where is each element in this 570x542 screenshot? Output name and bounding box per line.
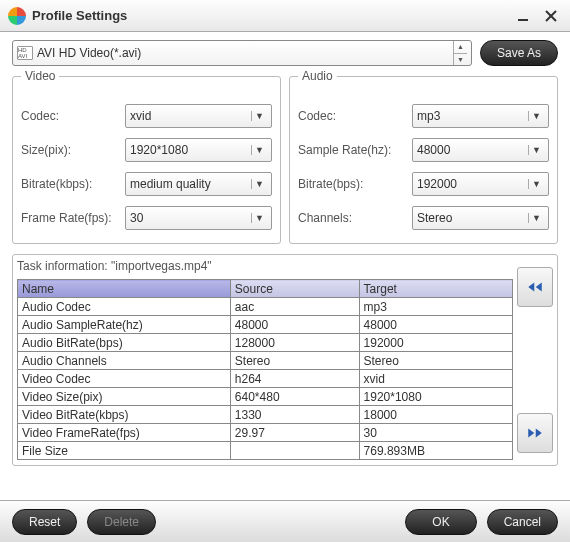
video-bitrate-value: medium quality <box>130 177 211 191</box>
chevron-down-icon: ▼ <box>528 179 544 189</box>
video-codec-select[interactable]: xvid ▼ <box>125 104 272 128</box>
cell-source: aac <box>230 298 359 316</box>
next-button[interactable] <box>517 413 553 453</box>
chevron-down-icon: ▼ <box>528 145 544 155</box>
task-info-panel: Task information: "importvegas.mp4" Name… <box>12 254 558 466</box>
double-left-icon <box>526 280 544 294</box>
audio-samplerate-label: Sample Rate(hz): <box>298 143 408 157</box>
cell-name: Video BitRate(kbps) <box>18 406 231 424</box>
table-row[interactable]: Video Size(pix)640*4801920*1080 <box>18 388 513 406</box>
cell-source: h264 <box>230 370 359 388</box>
task-info-title: Task information: "importvegas.mp4" <box>17 259 513 275</box>
col-name[interactable]: Name <box>18 280 231 298</box>
table-row[interactable]: Audio ChannelsStereoStereo <box>18 352 513 370</box>
cell-name: Audio Codec <box>18 298 231 316</box>
table-row[interactable]: Video FrameRate(fps)29.9730 <box>18 424 513 442</box>
minimize-button[interactable] <box>512 5 534 27</box>
table-row[interactable]: Video BitRate(kbps)133018000 <box>18 406 513 424</box>
profile-select[interactable]: HD AVI AVI HD Video(*.avi) ▲ ▼ <box>12 40 472 66</box>
cell-target: 1920*1080 <box>359 388 512 406</box>
video-size-value: 1920*1080 <box>130 143 188 157</box>
cell-target: mp3 <box>359 298 512 316</box>
app-icon <box>8 7 26 25</box>
table-row[interactable]: File Size769.893MB <box>18 442 513 460</box>
reset-button[interactable]: Reset <box>12 509 77 535</box>
audio-bitrate-label: Bitrate(bps): <box>298 177 408 191</box>
video-codec-value: xvid <box>130 109 151 123</box>
video-codec-label: Codec: <box>21 109 121 123</box>
cell-name: Video Codec <box>18 370 231 388</box>
cell-name: Audio BitRate(bps) <box>18 334 231 352</box>
video-group: Video Codec: xvid ▼ Size(pix): 1920*1080… <box>12 76 281 244</box>
audio-channels-label: Channels: <box>298 211 408 225</box>
video-framerate-label: Frame Rate(fps): <box>21 211 121 225</box>
video-framerate-value: 30 <box>130 211 143 225</box>
video-size-select[interactable]: 1920*1080 ▼ <box>125 138 272 162</box>
video-bitrate-select[interactable]: medium quality ▼ <box>125 172 272 196</box>
table-row[interactable]: Video Codech264xvid <box>18 370 513 388</box>
chevron-down-icon: ▼ <box>251 213 267 223</box>
cell-target: 192000 <box>359 334 512 352</box>
avi-hd-icon: HD AVI <box>17 46 33 60</box>
table-row[interactable]: Audio BitRate(bps)128000192000 <box>18 334 513 352</box>
audio-samplerate-select[interactable]: 48000 ▼ <box>412 138 549 162</box>
close-button[interactable] <box>540 5 562 27</box>
delete-button[interactable]: Delete <box>87 509 156 535</box>
chevron-down-icon[interactable]: ▼ <box>454 54 467 66</box>
video-group-title: Video <box>21 69 59 83</box>
ok-button[interactable]: OK <box>405 509 476 535</box>
audio-channels-select[interactable]: Stereo ▼ <box>412 206 549 230</box>
cell-target: 769.893MB <box>359 442 512 460</box>
cell-name: Audio Channels <box>18 352 231 370</box>
chevron-up-icon[interactable]: ▲ <box>454 41 467 54</box>
cell-source: 1330 <box>230 406 359 424</box>
cell-source <box>230 442 359 460</box>
audio-samplerate-value: 48000 <box>417 143 450 157</box>
cell-target: 18000 <box>359 406 512 424</box>
chevron-down-icon: ▼ <box>251 111 267 121</box>
audio-group-title: Audio <box>298 69 337 83</box>
prev-button[interactable] <box>517 267 553 307</box>
cell-target: 48000 <box>359 316 512 334</box>
double-right-icon <box>526 426 544 440</box>
cell-target: xvid <box>359 370 512 388</box>
chevron-down-icon: ▼ <box>251 145 267 155</box>
audio-channels-value: Stereo <box>417 211 452 225</box>
cell-name: Audio SampleRate(hz) <box>18 316 231 334</box>
cell-name: Video FrameRate(fps) <box>18 424 231 442</box>
cell-source: 128000 <box>230 334 359 352</box>
audio-bitrate-value: 192000 <box>417 177 457 191</box>
cell-source: 48000 <box>230 316 359 334</box>
video-size-label: Size(pix): <box>21 143 121 157</box>
audio-codec-value: mp3 <box>417 109 440 123</box>
table-row[interactable]: Audio SampleRate(hz)4800048000 <box>18 316 513 334</box>
audio-codec-select[interactable]: mp3 ▼ <box>412 104 549 128</box>
cell-source: 29.97 <box>230 424 359 442</box>
table-row[interactable]: Audio Codecaacmp3 <box>18 298 513 316</box>
cell-name: Video Size(pix) <box>18 388 231 406</box>
window-title: Profile Settings <box>32 8 506 23</box>
chevron-down-icon: ▼ <box>251 179 267 189</box>
titlebar: Profile Settings <box>0 0 570 32</box>
cell-source: Stereo <box>230 352 359 370</box>
task-info-table: Name Source Target Audio Codecaacmp3Audi… <box>17 279 513 460</box>
col-target[interactable]: Target <box>359 280 512 298</box>
footer: Reset Delete OK Cancel <box>0 500 570 542</box>
cell-target: Stereo <box>359 352 512 370</box>
chevron-down-icon: ▼ <box>528 213 544 223</box>
save-as-button[interactable]: Save As <box>480 40 558 66</box>
cancel-button[interactable]: Cancel <box>487 509 558 535</box>
video-bitrate-label: Bitrate(kbps): <box>21 177 121 191</box>
audio-group: Audio Codec: mp3 ▼ Sample Rate(hz): 4800… <box>289 76 558 244</box>
audio-bitrate-select[interactable]: 192000 ▼ <box>412 172 549 196</box>
audio-codec-label: Codec: <box>298 109 408 123</box>
profile-select-text: AVI HD Video(*.avi) <box>37 46 141 60</box>
video-framerate-select[interactable]: 30 ▼ <box>125 206 272 230</box>
profile-spinner[interactable]: ▲ ▼ <box>453 41 467 65</box>
cell-target: 30 <box>359 424 512 442</box>
cell-source: 640*480 <box>230 388 359 406</box>
col-source[interactable]: Source <box>230 280 359 298</box>
cell-name: File Size <box>18 442 231 460</box>
chevron-down-icon: ▼ <box>528 111 544 121</box>
